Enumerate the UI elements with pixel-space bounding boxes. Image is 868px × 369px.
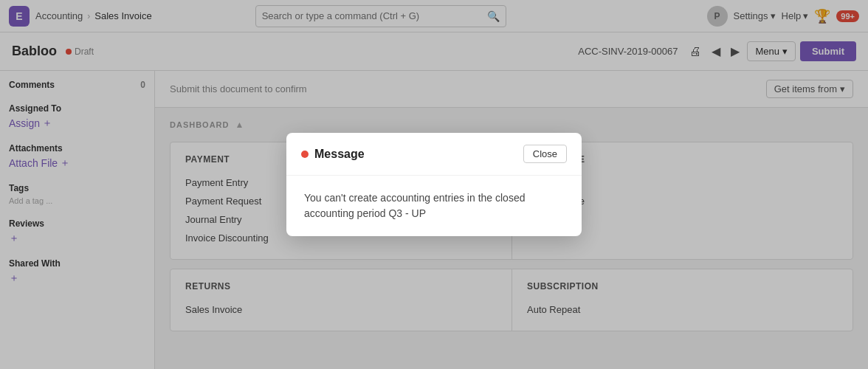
modal-dot bbox=[301, 151, 309, 158]
modal-overlay[interactable]: Message Close You can't create accountin… bbox=[0, 0, 868, 369]
modal-body: You can't create accounting entries in t… bbox=[286, 176, 582, 236]
message-modal: Message Close You can't create accountin… bbox=[286, 133, 582, 236]
modal-title: Message bbox=[314, 148, 365, 161]
modal-close-button[interactable]: Close bbox=[523, 145, 567, 163]
modal-title-row: Message bbox=[301, 148, 365, 161]
modal-header: Message Close bbox=[286, 133, 582, 176]
